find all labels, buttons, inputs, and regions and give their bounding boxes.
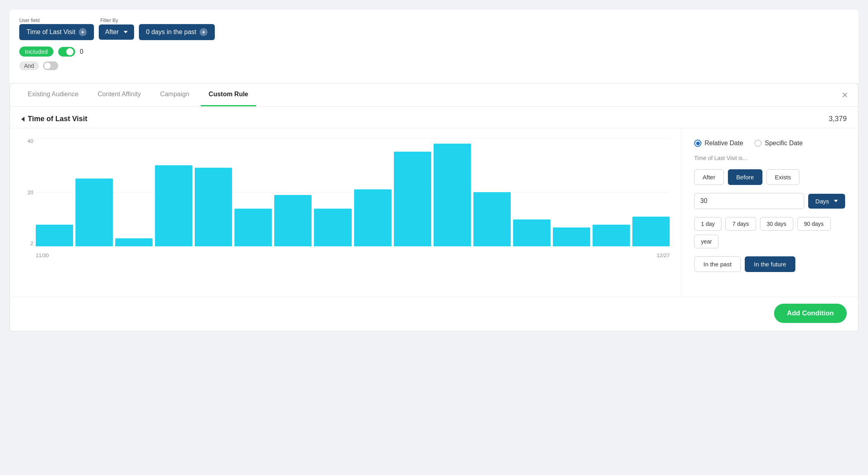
quick-btn-year[interactable]: year (694, 235, 719, 248)
filter-by-button[interactable]: After (99, 24, 134, 40)
x-axis-labels: 11/30 12/27 (36, 252, 670, 258)
filter-btn-exists[interactable]: Exists (766, 169, 799, 185)
y-label-20: 20 (28, 189, 33, 195)
filter-by-btn-label: After (105, 28, 119, 36)
tab-campaign[interactable]: Campaign (152, 83, 198, 106)
included-badge: Included (19, 47, 53, 57)
chart-bar-10 (434, 144, 471, 247)
included-toggle[interactable] (58, 47, 75, 57)
tab-existing-audience[interactable]: Existing Audience (20, 83, 86, 106)
chart-bar-14 (593, 225, 630, 246)
direction-row: In the past In the future (694, 256, 845, 272)
chart-bar-9 (394, 152, 431, 246)
included-count: 0 (80, 48, 84, 55)
quick-dates-row: 1 day 7 days 30 days 90 days year (694, 217, 845, 248)
radio-row: Relative Date Specific Date (694, 140, 845, 147)
user-field-btn-label: Time of Last Visit (26, 28, 75, 36)
days-chevron-icon (834, 200, 838, 202)
chart-bar-0 (36, 225, 73, 246)
quick-btn-7days[interactable]: 7 days (725, 217, 756, 231)
x-label-start: 11/30 (36, 252, 49, 258)
dir-btn-future[interactable]: In the future (745, 256, 795, 272)
chart-bar-11 (473, 192, 511, 246)
and-toggle[interactable] (43, 61, 58, 70)
close-button[interactable]: ✕ (842, 90, 848, 100)
and-label: And (19, 61, 39, 70)
panel-count: 3,379 (829, 115, 847, 123)
radio-circle-specific (754, 140, 762, 147)
tabs-row: Existing Audience Content Affinity Campa… (10, 83, 858, 107)
chart-bar-5 (234, 209, 272, 247)
quick-btn-90days[interactable]: 90 days (797, 217, 831, 231)
time-of-last-visit-button[interactable]: Time of Last Visit + (19, 24, 94, 40)
chart-bar-4 (195, 168, 232, 246)
radio-specific-label: Specific Date (765, 140, 803, 147)
tab-content-affinity[interactable]: Content Affinity (90, 83, 149, 106)
chart-bar-6 (274, 195, 312, 246)
user-field-label: User field (19, 18, 96, 23)
radio-circle-relative (694, 140, 701, 147)
panel-content: 40 20 2 11/30 12/27 Relative D (10, 128, 858, 297)
quick-btn-30days[interactable]: 30 days (760, 217, 793, 231)
chart-bar-7 (314, 209, 351, 247)
panel-title-text: Time of Last Visit (28, 115, 87, 123)
filter-btn-after[interactable]: After (694, 169, 724, 185)
add-condition-row: Add Condition (10, 297, 858, 331)
chart-bar-8 (354, 189, 391, 246)
tab-custom-rule[interactable]: Custom Rule (201, 83, 257, 106)
chart-bar-15 (632, 217, 670, 246)
radio-relative-date[interactable]: Relative Date (694, 140, 743, 147)
chart-wrap: 40 20 2 11/30 12/27 (21, 138, 670, 258)
chart-bar-3 (155, 165, 192, 247)
filter-buttons-row: After Before Exists (694, 169, 845, 185)
days-label: Days (815, 198, 829, 205)
y-label-40: 40 (28, 138, 33, 144)
bars-container (36, 138, 670, 246)
add-condition-button[interactable]: Add Condition (774, 304, 847, 323)
sub-label: Time of Last Visit is... (694, 155, 845, 161)
y-axis: 40 20 2 (21, 138, 33, 246)
panel-header: Time of Last Visit 3,379 (10, 107, 858, 128)
radio-specific-date[interactable]: Specific Date (754, 140, 803, 147)
right-panel: Relative Date Specific Date Time of Last… (681, 128, 858, 297)
y-label-2: 2 (31, 240, 33, 246)
number-input[interactable] (694, 193, 804, 209)
filter-btn-before[interactable]: Before (728, 169, 762, 185)
chart-bar-2 (115, 238, 153, 246)
plus-icon: + (79, 28, 87, 36)
days-dropdown-button[interactable]: Days (808, 194, 845, 209)
chart-bar-1 (75, 179, 113, 246)
quick-btn-1day[interactable]: 1 day (694, 217, 721, 231)
chart-bar-13 (553, 227, 590, 246)
days-in-past-label: 0 days in the past (146, 28, 196, 36)
filter-by-label: Filter By (100, 18, 118, 23)
days-plus-icon: + (200, 28, 208, 36)
chart-area: 40 20 2 11/30 12/27 (10, 128, 681, 297)
panel-title: Time of Last Visit (21, 115, 87, 123)
radio-relative-label: Relative Date (705, 140, 743, 147)
back-chevron-icon[interactable] (21, 117, 24, 122)
input-row: Days (694, 193, 845, 209)
dir-btn-past[interactable]: In the past (694, 256, 741, 272)
chevron-down-icon (124, 31, 128, 33)
x-label-end: 12/27 (656, 252, 670, 258)
chart-bar-12 (513, 219, 550, 247)
days-in-past-button[interactable]: 0 days in the past + (139, 24, 215, 40)
